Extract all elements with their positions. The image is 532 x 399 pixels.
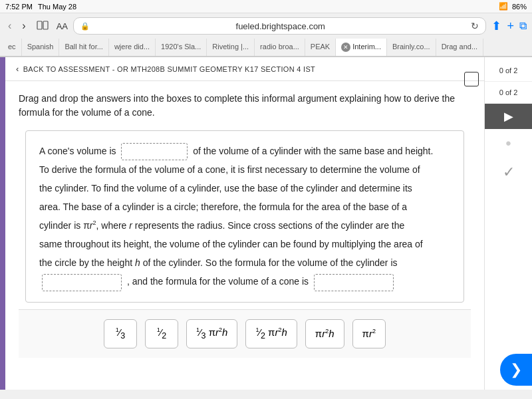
tab-ball[interactable]: Ball hit for... bbox=[59, 39, 108, 56]
main-content: ‹ BACK TO ASSESSMENT - OR MTH208B SUMMIT… bbox=[5, 57, 484, 390]
tab-brainly[interactable]: Brainly.co... bbox=[387, 39, 436, 56]
text-area: area. The base of a cylinder is a circle… bbox=[39, 201, 407, 212]
drag-item-pi-r2-label: πr2 bbox=[362, 328, 376, 339]
url-text: fueled.brightspace.com bbox=[94, 21, 467, 31]
score-arrow-icon[interactable]: ▶ bbox=[485, 104, 532, 129]
page-layout: ‹ BACK TO ASSESSMENT - OR MTH208B SUMMIT… bbox=[0, 57, 532, 390]
text-circle-height: the circle by the height h of the cylind… bbox=[39, 257, 398, 268]
nav-bar: ‹ › AA 🔒 fueled.brightspace.com ↻ ⬆ + ⧉ bbox=[0, 13, 532, 39]
question-instruction: Drag and drop the answers into the boxes… bbox=[19, 92, 471, 120]
tab-interim[interactable]: ✕Interim... bbox=[336, 39, 387, 56]
tab-radio[interactable]: radio broa... bbox=[255, 39, 305, 56]
drag-item-half-pi-r2-h-label: 1⁄2 πr2h bbox=[255, 327, 287, 340]
next-button[interactable]: ❯ bbox=[500, 354, 532, 386]
forward-button[interactable]: › bbox=[19, 19, 28, 33]
back-nav-text: BACK TO ASSESSMENT - OR MTH208B SUMMIT G… bbox=[23, 65, 315, 73]
drop-zone-3[interactable] bbox=[314, 274, 394, 291]
question-area: Drag and drop the answers into the boxes… bbox=[5, 81, 484, 364]
answer-text: A cone's volume is of the volume of a cy… bbox=[39, 142, 450, 291]
score-check-icon: ✓ bbox=[503, 158, 515, 186]
status-bar: 7:52 PM Thu May 28 📶 86% bbox=[0, 0, 532, 13]
text-and-formula: , and the formula for the volume of a co… bbox=[127, 276, 311, 287]
lock-icon: 🔒 bbox=[80, 22, 90, 31]
text-of-volume: of the volume of a cylinder with the sam… bbox=[193, 146, 433, 156]
drag-item-one-half-label: 1⁄2 bbox=[157, 327, 166, 340]
score-panel: 0 of 2 0 of 2 ▶ • ✓ bbox=[484, 57, 532, 390]
tab-1920s[interactable]: 1920's Sla... bbox=[156, 39, 207, 56]
text-cylinder-is: cylinder is bbox=[39, 220, 83, 231]
tab-wjere[interactable]: wjere did... bbox=[109, 39, 156, 56]
date-display: Thu May 28 bbox=[38, 3, 76, 11]
drop-zone-2[interactable] bbox=[42, 274, 122, 291]
score-1: 0 of 2 bbox=[485, 60, 532, 82]
next-arrow-icon: ❯ bbox=[510, 361, 522, 378]
tab-close-icon[interactable]: ✕ bbox=[341, 43, 350, 52]
time-display: 7:52 PM bbox=[5, 3, 33, 11]
reader-icon bbox=[34, 19, 51, 33]
text-derive: To derive the formula of the volume of a… bbox=[39, 164, 420, 175]
drag-items-area: 1⁄3 1⁄2 1⁄3 πr2h 1⁄2 πr2h πr2h πr2 bbox=[19, 309, 471, 358]
tabs-button[interactable]: ⧉ bbox=[519, 20, 527, 32]
drag-item-one-half[interactable]: 1⁄2 bbox=[145, 319, 178, 348]
tab-peak[interactable]: PEAK bbox=[305, 39, 336, 56]
drag-item-third-pi-r2-h-label: 1⁄3 πr2h bbox=[196, 327, 227, 340]
back-chevron-icon: ‹ bbox=[16, 64, 19, 74]
aa-label: AA bbox=[57, 21, 68, 31]
svg-rect-0 bbox=[37, 21, 42, 29]
score-2: 0 of 2 bbox=[485, 82, 532, 104]
back-nav[interactable]: ‹ BACK TO ASSESSMENT - OR MTH208B SUMMIT… bbox=[5, 57, 484, 81]
share-button[interactable]: ⬆ bbox=[491, 19, 501, 33]
new-tab-button[interactable]: + bbox=[507, 19, 514, 33]
pi-r2-formula: πr2 bbox=[83, 220, 96, 231]
address-bar[interactable]: 🔒 fueled.brightspace.com ↻ bbox=[73, 17, 486, 35]
answer-box: A cone's volume is of the volume of a cy… bbox=[25, 130, 464, 303]
drop-zone-1[interactable] bbox=[121, 143, 188, 160]
text-where-r: , where r represents the radius. Since c… bbox=[96, 220, 405, 231]
back-button[interactable]: ‹ bbox=[5, 19, 14, 33]
text-cone-volume: A cone's volume is bbox=[39, 146, 118, 156]
drag-item-pi-r2-h[interactable]: πr2h bbox=[305, 319, 344, 348]
drag-item-pi-r2-h-label: πr2h bbox=[315, 328, 334, 339]
drag-item-pi-r2[interactable]: πr2 bbox=[352, 319, 386, 348]
refresh-button[interactable]: ↻ bbox=[471, 21, 479, 31]
tab-riveting[interactable]: Riveting |... bbox=[207, 39, 255, 56]
tab-spanish[interactable]: Spanish bbox=[22, 39, 60, 56]
svg-rect-1 bbox=[43, 21, 48, 29]
layout-icon[interactable] bbox=[464, 72, 479, 86]
drag-item-one-third[interactable]: 1⁄3 bbox=[104, 319, 137, 348]
battery-display: 86% bbox=[512, 3, 527, 11]
drag-item-one-third-label: 1⁄3 bbox=[116, 327, 125, 340]
browser-tabs: ec Spanish Ball hit for... wjere did... … bbox=[0, 39, 532, 57]
text-same-throughout: same throughout its height, the volume o… bbox=[39, 239, 423, 249]
wifi-icon: 📶 bbox=[499, 2, 508, 11]
left-accent-bar bbox=[0, 57, 5, 390]
drag-item-third-pi-r2-h[interactable]: 1⁄3 πr2h bbox=[186, 319, 237, 348]
drag-item-half-pi-r2-h[interactable]: 1⁄2 πr2h bbox=[245, 319, 297, 348]
tab-drag[interactable]: Drag and... bbox=[436, 39, 483, 56]
text-the-cylinder: the cylinder. To find the volume of a cy… bbox=[39, 183, 412, 194]
score-dot: • bbox=[505, 129, 511, 158]
tab-ec[interactable]: ec bbox=[3, 39, 22, 56]
